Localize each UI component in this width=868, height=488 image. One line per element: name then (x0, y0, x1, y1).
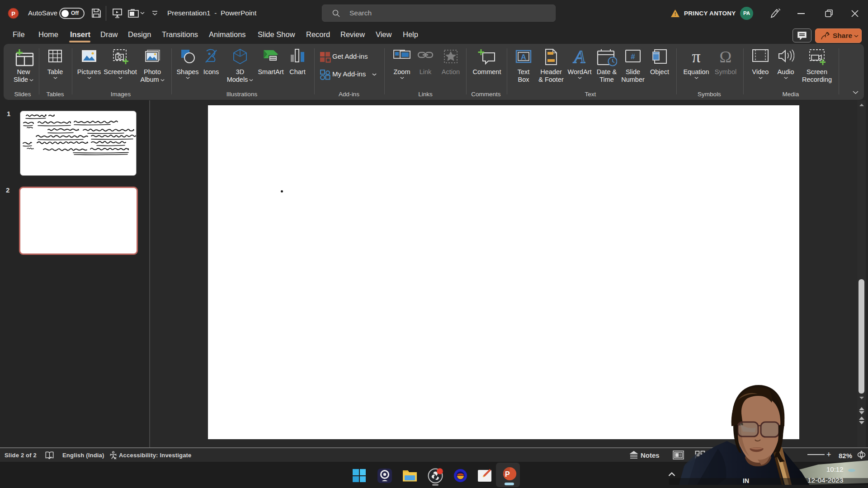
svg-text:P: P (505, 470, 510, 478)
svg-text:P: P (11, 10, 15, 17)
svg-text:#: # (631, 52, 635, 61)
svg-text:A: A (573, 48, 585, 66)
svg-text:A: A (521, 53, 526, 61)
svg-text:π: π (692, 48, 700, 66)
svg-text:!: ! (675, 11, 676, 17)
svg-text:Ω: Ω (720, 48, 732, 66)
